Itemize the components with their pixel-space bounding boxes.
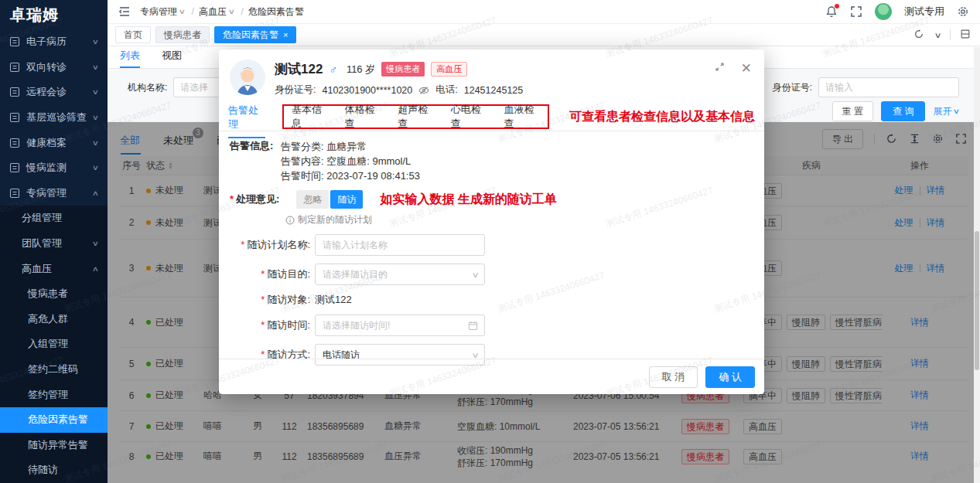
- sidebar-item[interactable]: 健康档案∨: [0, 130, 108, 155]
- modal-fullscreen-icon[interactable]: [715, 62, 727, 74]
- sidebar-item[interactable]: 入组管理: [0, 332, 108, 357]
- sidebar-item[interactable]: 随访异常告警: [0, 433, 108, 458]
- app-root: 卓瑞姆 电子病历∨双向转诊∨远程会诊∨基层巡诊筛查∨健康档案∨慢病监测∨专病管理…: [0, 0, 980, 483]
- window-tab[interactable]: 慢病患者: [155, 26, 210, 43]
- sidebar-item-label: 慢病患者: [28, 287, 68, 301]
- date-input[interactable]: 请选择随访时间!: [315, 315, 485, 336]
- sidebar-item[interactable]: 团队管理∨: [0, 231, 108, 257]
- chevron-down-icon: ∨: [92, 38, 99, 46]
- patient-avatar: [230, 60, 265, 95]
- chevron-down-icon: ∨: [228, 8, 235, 15]
- sidebar-item[interactable]: 远程会诊∨: [0, 80, 108, 105]
- form-label: 随访时间:: [230, 318, 310, 332]
- clear-tabs-icon[interactable]: [960, 29, 972, 41]
- sidebar-item-label: 入组管理: [28, 337, 68, 351]
- sidebar-item-label: 签约二维码: [28, 362, 78, 376]
- chevron-down-icon: ∨: [92, 164, 99, 172]
- follow-up-button[interactable]: 随访: [330, 190, 363, 209]
- app-logo: 卓瑞姆: [0, 0, 108, 29]
- sidebar-item[interactable]: 危险因素告警: [0, 407, 108, 433]
- bell-icon[interactable]: [825, 5, 838, 18]
- window-tab[interactable]: 危险因素告警×: [214, 26, 296, 43]
- chevron-down-icon: ∨: [92, 240, 99, 247]
- window-tabs: 首页慢病患者危险因素告警×: [115, 26, 301, 43]
- chevron-down-icon[interactable]: ∨: [934, 31, 941, 39]
- modal-tab[interactable]: 体格检查: [345, 96, 381, 138]
- avatar[interactable]: [875, 3, 892, 20]
- reload-icon[interactable]: [913, 29, 926, 41]
- annotation-box: 基本信息体格检查超声检查心电检查血液检查: [282, 104, 549, 129]
- sidebar-item[interactable]: 慢病监测∨: [0, 155, 108, 181]
- sidebar-item[interactable]: 高危人群: [0, 307, 108, 332]
- modal-footer: 取 消 确 认: [219, 359, 764, 394]
- modal-tab[interactable]: 基本信息: [292, 96, 328, 138]
- sidebar-item[interactable]: 签约二维码: [0, 357, 108, 383]
- new-plan-hint: 制定新的随访计划: [298, 213, 372, 226]
- tabbar: 首页慢病患者危险因素告警× ∨: [108, 23, 980, 46]
- modal-tabs: 告警处理基本信息体格检查超声检查心电检查血液检查可查看患者检查信息以及基本信息: [219, 104, 764, 131]
- form-label: 随访计划名称:: [230, 238, 310, 252]
- eye-invisible-icon[interactable]: [418, 85, 429, 96]
- alert-info-line: 告警分类: 血糖异常: [281, 139, 420, 154]
- modal-tab[interactable]: 告警处理: [228, 97, 265, 138]
- form-select[interactable]: 请选择随访目的∨: [315, 264, 485, 285]
- sidebar-item[interactable]: 双向转诊∨: [0, 55, 108, 80]
- id-number-input[interactable]: 请输入: [818, 77, 959, 97]
- health-archive-icon: [9, 138, 20, 148]
- form-row: 随访对象:测试122: [230, 293, 752, 307]
- notification-dot: [835, 4, 839, 9]
- reset-button[interactable]: 重 置: [832, 101, 873, 121]
- chevron-down-icon: ∨: [92, 114, 99, 121]
- sidebar-item[interactable]: 慢病患者: [0, 281, 108, 307]
- disease-badge: 高血压: [431, 62, 467, 77]
- username[interactable]: 测试专用: [904, 5, 944, 19]
- sidebar-item[interactable]: 签约管理: [0, 382, 108, 407]
- view-tab[interactable]: 视图: [162, 49, 182, 68]
- sidebar-item[interactable]: 基层巡诊筛查∨: [0, 105, 108, 131]
- form-input[interactable]: 请输入计划名称: [315, 234, 485, 256]
- view-tab[interactable]: 列表: [120, 49, 140, 68]
- breadcrumb-item[interactable]: 专病管理: [140, 5, 177, 19]
- sidebar-item-label: 团队管理: [22, 236, 62, 250]
- id-number-placeholder: 请输入: [825, 81, 853, 94]
- sidebar-item-label: 基层巡诊筛查: [26, 111, 87, 124]
- breadcrumb-item[interactable]: 危险因素告警: [248, 5, 304, 19]
- sidebar: 卓瑞姆 电子病历∨双向转诊∨远程会诊∨基层巡诊筛查∨健康档案∨慢病监测∨专病管理…: [0, 0, 108, 483]
- collapse-menu-icon[interactable]: [118, 5, 131, 18]
- ignore-button[interactable]: 忽略: [296, 190, 329, 209]
- confirm-button[interactable]: 确 认: [705, 366, 755, 388]
- close-icon[interactable]: ✕: [741, 63, 752, 73]
- annotation-tabs-note: 可查看患者检查信息以及基本信息: [569, 109, 755, 125]
- ehr-icon: [9, 36, 20, 47]
- breadcrumb-separator: /: [241, 6, 244, 17]
- chevron-down-icon: ∨: [92, 63, 99, 71]
- scrollbar-thumb[interactable]: [975, 231, 979, 370]
- sidebar-item[interactable]: 待随访: [0, 457, 108, 483]
- modal-tab[interactable]: 血液检查: [504, 96, 540, 138]
- cancel-button[interactable]: 取 消: [649, 366, 698, 388]
- close-icon[interactable]: ×: [283, 30, 288, 39]
- chevron-down-icon: ∨: [92, 139, 99, 147]
- sidebar-item[interactable]: 专病管理∧: [0, 181, 108, 206]
- fullscreen-icon[interactable]: [850, 5, 862, 18]
- phone-value: 12451245125: [464, 85, 523, 96]
- sidebar-item[interactable]: 高血压∧: [0, 256, 108, 281]
- gear-icon[interactable]: [957, 5, 969, 18]
- chevron-down-icon: ∨: [953, 107, 960, 115]
- breadcrumb-item[interactable]: 高血压: [199, 5, 227, 19]
- sidebar-item[interactable]: 分组管理: [0, 206, 108, 231]
- modal-tab[interactable]: 心电检查: [451, 96, 487, 138]
- window-tab[interactable]: 首页: [115, 26, 151, 43]
- chevron-up-icon: ∧: [92, 189, 99, 197]
- sidebar-item-label: 电子病历: [26, 35, 67, 49]
- modal-tab[interactable]: 超声检查: [398, 96, 434, 138]
- referral-icon: [9, 62, 20, 73]
- screening-icon: [9, 112, 20, 123]
- search-button[interactable]: 查 询: [881, 101, 925, 121]
- expand-link[interactable]: 展开∨: [933, 105, 959, 118]
- org-name-placeholder: 请选择: [180, 81, 208, 94]
- form-row: 随访目的:请选择随访目的∨: [230, 264, 752, 285]
- sidebar-item-label: 高危人群: [28, 312, 68, 326]
- sidebar-item[interactable]: 电子病历∨: [0, 29, 108, 55]
- chevron-down-icon: ∨: [471, 351, 479, 359]
